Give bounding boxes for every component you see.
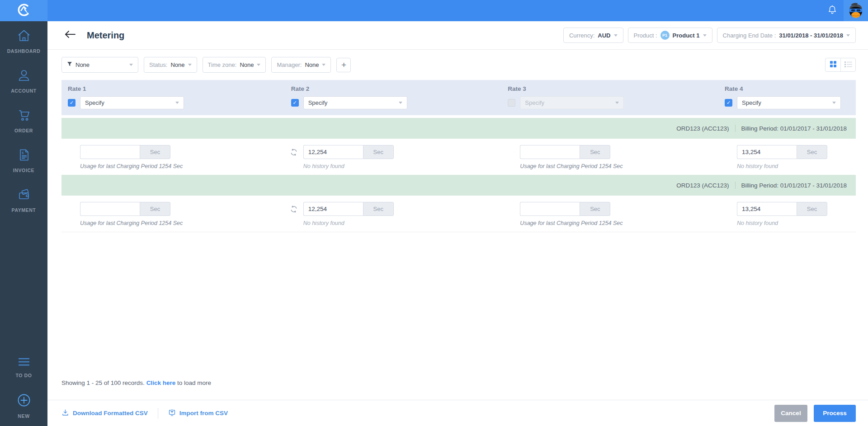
history-hint: No history found	[303, 163, 502, 169]
download-icon	[61, 409, 69, 418]
rate1-usage-input[interactable]	[80, 145, 140, 159]
sidebar-item-todo[interactable]: TO DO	[0, 349, 47, 385]
user-menu[interactable]	[844, 0, 868, 21]
product-value: Product 1	[673, 32, 700, 39]
bell-icon	[827, 5, 837, 17]
refresh-icon[interactable]	[290, 148, 298, 158]
metering-table: Rate 1 Specify Rate 2 Specify	[61, 80, 856, 232]
manager-filter-dropdown[interactable]: Manager: None	[271, 57, 331, 73]
action-bar: Download Formatted CSV Import from CSV C…	[47, 400, 868, 426]
dropdown-value: Specify	[85, 99, 104, 106]
sidebar-item-invoice[interactable]: $ INVOICE	[0, 140, 47, 180]
refresh-icon[interactable]	[290, 205, 298, 215]
rate4-checkbox[interactable]	[725, 99, 732, 107]
timezone-label: Time zone:	[208, 61, 237, 68]
process-button[interactable]: Process	[814, 405, 856, 422]
rate2-usage-input[interactable]	[303, 202, 363, 216]
sidebar-item-label: TO DO	[15, 373, 32, 378]
dropdown-value: Specify	[742, 99, 761, 106]
rate4-specify-dropdown[interactable]: Specify	[737, 96, 841, 109]
rate3-cell: Sec Usage for last Charging Period 1254 …	[501, 145, 718, 169]
rate2-usage-input[interactable]	[303, 145, 363, 159]
rate3-checkbox	[508, 99, 515, 107]
rate4-cell: Sec No history found	[718, 202, 856, 226]
records-summary: Showing 1 - 25 of 100 records. Click her…	[61, 379, 868, 386]
invoice-icon: $	[17, 148, 31, 164]
filter-bar: None Status: None Time zone: None Manage…	[47, 50, 868, 80]
add-filter-button[interactable]: +	[336, 58, 351, 72]
rate1-specify-dropdown[interactable]: Specify	[80, 96, 184, 109]
sidebar-item-dashboard[interactable]: DASHBOARD	[0, 21, 47, 61]
status-value: None	[170, 61, 184, 68]
sidebar-item-account[interactable]: ACCOUNT	[0, 61, 47, 101]
sec-unit-button[interactable]: Sec	[363, 202, 394, 216]
primary-filter-dropdown[interactable]: None	[61, 57, 138, 73]
grid-view-button[interactable]	[826, 58, 840, 71]
timezone-filter-dropdown[interactable]: Time zone: None	[203, 57, 266, 73]
rate1-checkbox[interactable]	[68, 99, 75, 107]
column-rate1: Rate 1 Specify	[61, 85, 285, 109]
sidebar-item-payment[interactable]: PAYMENT	[0, 180, 47, 220]
list-view-button[interactable]	[840, 58, 855, 71]
chevron-down-icon	[322, 64, 326, 66]
download-label: Download Formatted CSV	[73, 410, 148, 417]
wallet-icon	[16, 188, 32, 203]
notifications-button[interactable]	[821, 0, 844, 21]
sidebar-item-new[interactable]: NEW	[0, 385, 47, 426]
order-group-header: ORD123 (ACC123) Billing Period: 01/01/20…	[61, 118, 856, 139]
sidebar-nav: DASHBOARD ACCOUNT ORDER $	[0, 21, 47, 426]
back-button[interactable]	[64, 29, 76, 41]
sec-unit-button[interactable]: Sec	[363, 145, 394, 159]
charging-end-date-dropdown[interactable]: Charging End Date : 31/01/2018 - 31/01/2…	[717, 28, 856, 43]
rate4-usage-input[interactable]	[737, 202, 797, 216]
rate2-cell: Sec No history found	[285, 145, 502, 169]
sidebar-item-order[interactable]: ORDER	[0, 101, 47, 140]
app-logo[interactable]	[0, 0, 47, 21]
rate4-usage-input[interactable]	[737, 145, 797, 159]
currency-dropdown[interactable]: Currency: AUD	[563, 28, 623, 43]
currency-label: Currency:	[569, 32, 594, 39]
product-dropdown[interactable]: Product : P1 Product 1	[628, 28, 712, 43]
history-hint: No history found	[737, 220, 856, 226]
list-view-icon	[844, 61, 852, 69]
order-id: ORD123 (ACC123)	[676, 182, 729, 189]
table-header: Rate 1 Specify Rate 2 Specify	[61, 80, 856, 115]
load-more-link[interactable]: Click here	[146, 379, 176, 386]
status-filter-dropdown[interactable]: Status: None	[144, 57, 197, 73]
records-suffix: to load more	[177, 379, 211, 386]
sec-unit-button[interactable]: Sec	[797, 202, 827, 216]
charging-end-date-value: 31/01/2018 - 31/01/2018	[779, 32, 843, 39]
manager-value: None	[305, 61, 319, 68]
rate2-checkbox[interactable]	[291, 99, 299, 107]
cancel-button[interactable]: Cancel	[774, 405, 807, 422]
rate3-usage-input[interactable]	[520, 145, 580, 159]
main-content: Metering Currency: AUD Product : P1 Prod…	[47, 21, 868, 426]
rate1-usage-input[interactable]	[80, 202, 140, 216]
chevron-down-icon	[615, 102, 619, 104]
import-csv-button[interactable]: Import from CSV	[168, 409, 228, 418]
sec-unit-button[interactable]: Sec	[140, 202, 170, 216]
chevron-down-icon	[257, 64, 260, 66]
usage-hint: Usage for last Charging Period 1254 Sec	[80, 220, 285, 226]
rate3-usage-input[interactable]	[520, 202, 580, 216]
chevron-down-icon	[846, 34, 850, 37]
avatar	[847, 1, 865, 21]
divider	[735, 125, 736, 132]
rate2-specify-dropdown[interactable]: Specify	[303, 96, 407, 109]
sec-unit-button[interactable]: Sec	[580, 202, 610, 216]
column-rate3: Rate 3 Specify	[501, 85, 718, 109]
order-group-header: ORD123 (ACC123) Billing Period: 01/01/20…	[61, 175, 856, 196]
home-icon	[17, 29, 31, 44]
sec-unit-button[interactable]: Sec	[797, 145, 827, 159]
sec-unit-button[interactable]: Sec	[580, 145, 610, 159]
sidebar-item-label: INVOICE	[13, 168, 34, 173]
download-csv-button[interactable]: Download Formatted CSV	[61, 409, 148, 418]
usage-hint: Usage for last Charging Period 1254 Sec	[520, 220, 718, 226]
billing-period: Billing Period: 01/01/2017 - 31/01/2018	[741, 182, 847, 189]
sec-unit-button[interactable]: Sec	[140, 145, 170, 159]
column-label: Rate 1	[68, 85, 285, 92]
chevron-down-icon	[399, 102, 402, 104]
rate3-cell: Sec Usage for last Charging Period 1254 …	[501, 202, 718, 226]
header-filters: Currency: AUD Product : P1 Product 1 Cha…	[563, 28, 856, 43]
records-text: Showing 1 - 25 of 100 records.	[61, 379, 145, 386]
